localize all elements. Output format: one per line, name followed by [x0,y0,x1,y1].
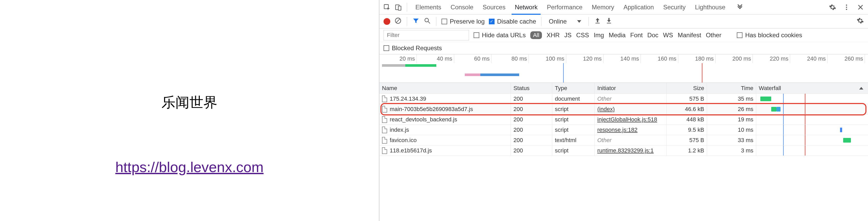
col-header-waterfall-label: Waterfall [759,85,781,92]
col-header-status[interactable]: Status [511,83,552,93]
cell-time: 26 ms [707,104,756,114]
tab-elements[interactable]: Elements [411,0,446,14]
upload-har-icon[interactable] [594,17,601,26]
blocked-requests-bar: Blocked Requests [379,42,868,54]
filter-type-other[interactable]: Other [706,32,721,39]
separator [407,3,407,12]
tab-performance[interactable]: Performance [542,0,587,14]
col-header-name[interactable]: Name [379,83,511,93]
cell-status: 200 [511,115,552,124]
throttling-select[interactable]: Online [547,18,583,25]
cell-name: 118.e1b5617d.js [379,146,511,156]
cell-size: 9.5 kB [666,125,707,135]
cell-status: 200 [511,94,552,104]
site-link[interactable]: https://blog.levenx.com [116,159,264,176]
timeline-lanes [379,63,868,83]
filter-icon[interactable] [412,17,420,26]
cell-name: react_devtools_backend.js [379,115,511,124]
cell-type: script [552,146,595,156]
table-row[interactable]: 175.24.134.39200documentOther575 B35 ms [379,94,868,104]
tab-console[interactable]: Console [446,0,478,14]
filter-type-manifest[interactable]: Manifest [678,32,701,39]
initiator-other: Other [597,95,612,102]
cell-status: 200 [511,146,552,156]
device-toolbar-icon[interactable] [393,2,403,12]
file-icon [382,137,387,144]
cell-name: index.js [379,125,511,135]
timeline-tick: 100 ms [529,54,566,63]
cell-name: favicon.ico [379,135,511,145]
tab-application[interactable]: Application [619,0,658,14]
timeline-tick: 200 ms [716,54,753,63]
col-header-waterfall[interactable]: Waterfall [756,83,868,93]
cell-waterfall [756,135,868,145]
filter-type-font[interactable]: Font [630,32,643,39]
filter-input[interactable] [383,30,469,40]
table-row[interactable]: react_devtools_backend.js200scriptinject… [379,115,868,125]
network-timeline[interactable]: 20 ms40 ms60 ms80 ms100 ms120 ms140 ms16… [379,54,868,83]
filter-type-ws[interactable]: WS [663,32,673,39]
tab-network[interactable]: Network [510,0,542,14]
timeline-tick: 60 ms [454,54,492,63]
filter-type-doc[interactable]: Doc [647,32,658,39]
col-header-initiator[interactable]: Initiator [595,83,666,93]
filter-type-xhr[interactable]: XHR [547,32,560,39]
filter-all-pill[interactable]: All [530,31,542,39]
svg-point-5 [846,8,847,10]
tab-sources[interactable]: Sources [478,0,510,14]
col-header-type[interactable]: Type [552,83,595,93]
network-settings-icon[interactable] [857,17,864,26]
inspect-element-icon[interactable] [382,2,392,12]
timeline-tick: 40 ms [417,54,454,63]
initiator-link[interactable]: runtime.83293299.js:1 [597,147,654,154]
close-devtools-icon[interactable] [856,2,865,12]
cell-initiator: Other [595,94,666,104]
svg-point-3 [846,4,847,6]
download-har-icon[interactable] [605,17,613,26]
cell-status: 200 [511,125,552,135]
table-row[interactable]: 118.e1b5617d.js200scriptruntime.83293299… [379,146,868,156]
cell-type: text/html [552,135,595,145]
filter-type-css[interactable]: CSS [576,32,589,39]
search-icon[interactable] [424,17,431,26]
table-row[interactable]: favicon.ico200text/htmlOther575 B33 ms [379,135,868,146]
request-name: main-7003b5e5b2690983a5d7.js [390,106,473,113]
tab-lighthouse[interactable]: Lighthouse [690,0,730,14]
cell-initiator: (index) [595,104,666,114]
col-header-time[interactable]: Time [707,83,756,93]
cell-time: 10 ms [707,125,756,135]
col-header-size[interactable]: Size [666,83,707,93]
cell-size: 448 kB [666,115,707,124]
initiator-link[interactable]: injectGlobalHook.js:518 [597,116,657,123]
tab-security[interactable]: Security [659,0,690,14]
table-row[interactable]: main-7003b5e5b2690983a5d7.js200script(in… [379,104,868,115]
blocked-requests-checkbox[interactable]: Blocked Requests [383,44,442,52]
svg-point-4 [846,6,847,8]
disable-cache-checkbox[interactable]: Disable cache [489,18,536,25]
filter-type-js[interactable]: JS [564,32,572,39]
chevron-down-icon [577,20,581,23]
filter-type-img[interactable]: Img [594,32,604,39]
blocked-requests-label: Blocked Requests [392,44,442,52]
hide-data-urls-checkbox[interactable]: Hide data URLs [474,32,526,39]
timeline-tick: 220 ms [753,54,790,63]
tab-memory[interactable]: Memory [587,0,619,14]
request-name: 175.24.134.39 [390,95,426,102]
preserve-log-checkbox[interactable]: Preserve log [441,18,485,25]
kebab-menu-icon[interactable] [842,2,851,12]
record-button[interactable] [383,18,390,25]
has-blocked-cookies-checkbox[interactable]: Has blocked cookies [737,32,802,39]
initiator-link[interactable]: (index) [597,106,615,113]
initiator-other: Other [597,137,612,144]
settings-icon[interactable] [828,2,837,12]
tab-overflow[interactable] [732,0,748,14]
cell-initiator: Other [595,135,666,145]
table-row[interactable]: index.js200scriptresponse.js:1829.5 kB10… [379,125,868,135]
initiator-link[interactable]: response.js:182 [597,127,638,133]
request-name: react_devtools_backend.js [390,116,457,123]
network-filterbar: Hide data URLs All XHRJSCSSImgMediaFontD… [379,28,868,42]
cell-status: 200 [511,135,552,145]
clear-icon[interactable] [394,17,402,26]
cell-waterfall [756,125,868,135]
filter-type-media[interactable]: Media [609,32,625,39]
